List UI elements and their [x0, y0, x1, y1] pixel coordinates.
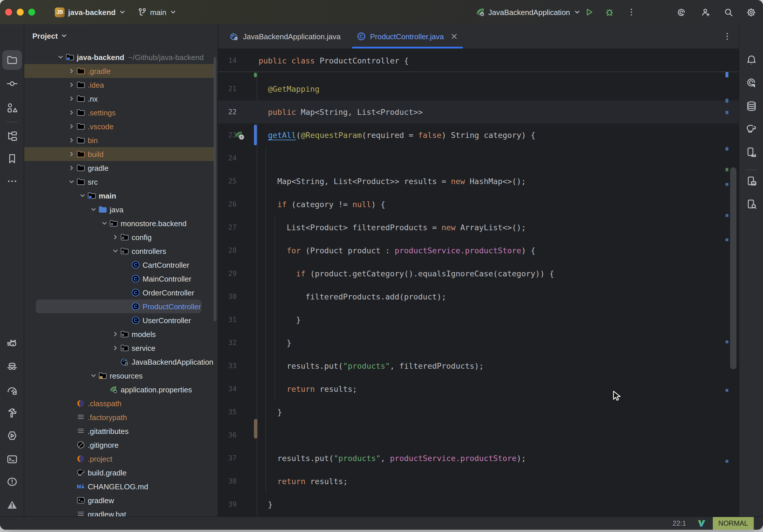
tab-productcontroller-java[interactable]: CProductController.java	[349, 24, 466, 49]
zoom-button[interactable]	[28, 9, 35, 16]
code-line-39[interactable]: 39 }	[218, 493, 739, 516]
code-line-23[interactable]: 23 getAll(@RequestParam(required = false…	[218, 124, 739, 147]
tree-item-gradlew-bat[interactable]: gradlew.bat	[24, 507, 218, 516]
tree-item-src[interactable]: src	[24, 175, 218, 189]
tool-window-button-ai-cat[interactable]	[2, 334, 22, 354]
tool-window-button-problems[interactable]	[2, 472, 22, 491]
code-line-21[interactable]: 21 @GetMapping	[218, 77, 739, 100]
chevron-right-icon[interactable]	[111, 234, 120, 241]
tree-item-service[interactable]: service	[24, 341, 218, 355]
code-line-26[interactable]: 26 if (category != null) {	[218, 193, 739, 216]
code-line-35[interactable]: 35 }	[218, 400, 739, 424]
tree-item--gitignore[interactable]: .gitignore	[24, 438, 218, 452]
vim-mode-badge[interactable]: NORMAL	[712, 517, 754, 530]
code-line-29[interactable]: 29 if (product.getCategory().equalsIgnor…	[218, 262, 739, 285]
close-tab-icon[interactable]	[450, 32, 458, 41]
tree-item--factorypath[interactable]: .factorypath	[24, 410, 218, 424]
code-line-31[interactable]: 31 }	[218, 308, 739, 331]
editor-scrollbar[interactable]	[730, 167, 736, 369]
tree-item-javabackendapplication[interactable]: JavaBackendApplication	[24, 355, 218, 369]
code-line-34[interactable]: 34 return results;	[218, 377, 739, 400]
chevron-right-icon[interactable]	[111, 345, 120, 351]
code-line-33[interactable]: 33 results.put("products", filteredProdu…	[218, 354, 739, 377]
tree-item-models[interactable]: models	[24, 327, 218, 341]
chevron-down-icon[interactable]	[78, 192, 87, 199]
tab-javabackendapplication-java[interactable]: JavaBackendApplication.java	[222, 24, 349, 49]
spring-endpoint-mapping-icon[interactable]	[235, 130, 245, 140]
chevron-down-icon[interactable]	[89, 372, 98, 379]
chevron-right-icon[interactable]	[67, 123, 76, 130]
tab-options-button[interactable]	[722, 24, 732, 49]
tool-window-button-hierarchy[interactable]	[2, 126, 22, 146]
tool-window-button-device-inspection[interactable]	[741, 194, 761, 214]
tool-window-button-profiler[interactable]	[2, 381, 22, 400]
project-panel-header[interactable]: Project	[32, 29, 67, 43]
code-editor[interactable]: 21 @GetMapping22 public Map<String, List…	[218, 49, 739, 516]
tree-item-changelog-md[interactable]: MCHANGELOG.md	[24, 479, 218, 493]
ai-assistant-button[interactable]	[676, 0, 686, 24]
tool-window-button-build[interactable]	[2, 403, 22, 423]
project-scrollbar[interactable]	[214, 57, 216, 321]
tree-item-gradle[interactable]: gradle	[24, 161, 218, 175]
add-user-button[interactable]	[701, 0, 710, 24]
more-run-actions-button[interactable]	[627, 0, 636, 24]
code-line-24[interactable]: 24	[218, 147, 739, 170]
tree-item--nx[interactable]: .nx	[24, 92, 218, 106]
tree-item-bin[interactable]: bin	[24, 133, 218, 147]
tree-item--gitattributes[interactable]: .gitattributes	[24, 424, 218, 438]
tree-item-java-backend[interactable]: java-backend~/Github/java-backend	[24, 50, 218, 64]
close-button[interactable]	[5, 9, 12, 16]
code-line-32[interactable]: 32 }	[218, 331, 739, 354]
tool-window-button-structure[interactable]	[2, 98, 22, 118]
tree-item-monostore-backend[interactable]: monostore.backend	[24, 216, 218, 230]
caret-position[interactable]: 22:1	[673, 519, 686, 527]
chevron-right-icon[interactable]	[67, 164, 76, 171]
code-line-28[interactable]: 28 for (Product product : productService…	[218, 239, 739, 262]
chevron-right-icon[interactable]	[67, 81, 76, 88]
tree-item--idea[interactable]: .idea	[24, 78, 218, 92]
code-line-37[interactable]: 37 results.put("products", productServic…	[218, 447, 739, 470]
tree-item-build[interactable]: build	[24, 147, 218, 161]
tree-item-maincontroller[interactable]: CMainController	[24, 272, 218, 286]
chevron-down-icon[interactable]	[89, 206, 98, 213]
run-button[interactable]	[585, 0, 594, 24]
tool-window-button-running-devices[interactable]	[741, 143, 761, 162]
tool-window-button-bookmarks[interactable]	[2, 149, 22, 168]
tool-window-button-gradle[interactable]	[741, 119, 761, 139]
tree-item-cartcontroller[interactable]: CCartController	[24, 258, 218, 272]
chevron-right-icon[interactable]	[67, 95, 76, 102]
tool-window-button-database[interactable]	[741, 96, 761, 116]
minimize-button[interactable]	[17, 9, 24, 16]
tool-window-button-more-tool-windows[interactable]	[2, 171, 22, 191]
tool-window-button-project[interactable]	[2, 50, 22, 70]
tree-item-usercontroller[interactable]: CUserController	[24, 313, 218, 327]
chevron-down-icon[interactable]	[100, 220, 109, 227]
tree-item-main[interactable]: main	[24, 189, 218, 202]
chevron-down-icon[interactable]	[56, 53, 65, 60]
run-configuration[interactable]: JavaBackendApplication	[476, 0, 580, 24]
tool-window-button-services[interactable]	[2, 426, 22, 446]
code-line-25[interactable]: 25 Map<String, List<Product>> results = …	[218, 170, 739, 193]
tree-item--settings[interactable]: .settings	[24, 106, 218, 119]
chevron-right-icon[interactable]	[67, 137, 76, 144]
tree-item--project[interactable]: .project	[24, 452, 218, 466]
tree-item--vscode[interactable]: .vscode	[24, 119, 218, 133]
tool-window-button-terminal[interactable]	[2, 450, 22, 469]
tree-item-config[interactable]: config	[24, 230, 218, 244]
search-everywhere-button[interactable]	[724, 0, 733, 24]
code-line-36[interactable]: 36	[218, 424, 739, 447]
tool-window-button-incognito[interactable]	[2, 357, 22, 376]
tree-item-controllers[interactable]: controllers	[24, 244, 218, 258]
ideavim-icon[interactable]	[696, 519, 706, 528]
tree-item-java[interactable]: java	[24, 202, 218, 216]
project-switcher[interactable]: JB java-backend	[55, 0, 126, 24]
tool-window-button-notifications[interactable]	[741, 50, 761, 70]
code-line-27[interactable]: 27 List<Product> filteredProducts = new …	[218, 216, 739, 239]
code-line-38[interactable]: 38 return results;	[218, 470, 739, 493]
sticky-line-14[interactable]: 14public class ProductController {	[218, 49, 739, 72]
branch-switcher[interactable]: main	[137, 0, 176, 24]
chevron-right-icon[interactable]	[67, 109, 76, 116]
tool-window-button-ai-assistant[interactable]	[741, 73, 761, 93]
tree-item-ordercontroller[interactable]: COrderController	[24, 286, 218, 299]
tool-window-button-device-explorer[interactable]	[741, 171, 761, 191]
